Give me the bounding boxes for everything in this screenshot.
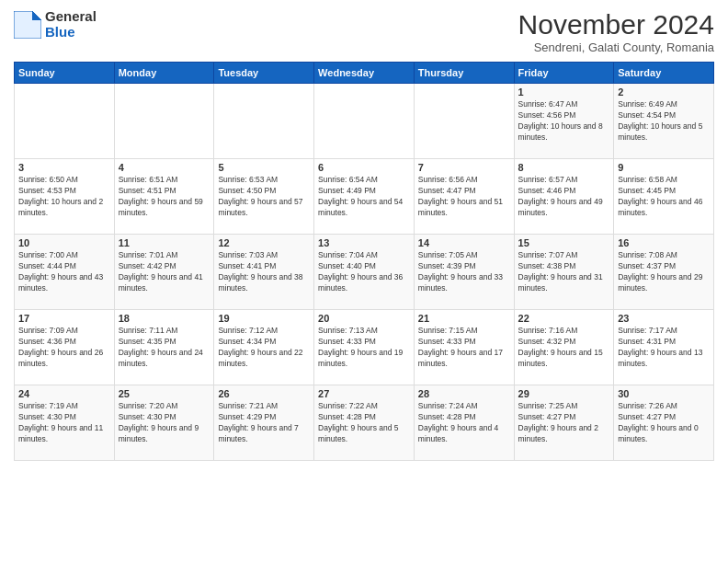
day-number: 7 — [418, 162, 510, 173]
day-number: 23 — [618, 313, 710, 324]
calendar-cell: 18Sunrise: 7:11 AM Sunset: 4:35 PM Dayli… — [114, 310, 214, 385]
day-number: 28 — [418, 388, 510, 399]
week-row-4: 17Sunrise: 7:09 AM Sunset: 4:36 PM Dayli… — [15, 310, 714, 385]
day-info: Sunrise: 7:20 AM Sunset: 4:30 PM Dayligh… — [119, 401, 210, 445]
logo-text: General Blue — [45, 9, 97, 40]
calendar-body: 1Sunrise: 6:47 AM Sunset: 4:56 PM Daylig… — [15, 84, 714, 461]
svg-marker-0 — [14, 11, 41, 39]
logo-blue: Blue — [45, 25, 97, 40]
day-number: 9 — [618, 162, 710, 173]
location-subtitle: Sendreni, Galati County, Romania — [518, 40, 714, 54]
calendar-cell: 22Sunrise: 7:16 AM Sunset: 4:32 PM Dayli… — [514, 310, 614, 385]
day-info: Sunrise: 6:49 AM Sunset: 4:54 PM Dayligh… — [618, 99, 710, 144]
day-info: Sunrise: 7:04 AM Sunset: 4:40 PM Dayligh… — [318, 250, 410, 294]
logo: General Blue — [14, 9, 97, 40]
day-info: Sunrise: 7:00 AM Sunset: 4:44 PM Dayligh… — [18, 250, 110, 294]
day-info: Sunrise: 7:22 AM Sunset: 4:28 PM Dayligh… — [318, 401, 410, 445]
calendar-cell: 12Sunrise: 7:03 AM Sunset: 4:41 PM Dayli… — [214, 235, 314, 310]
day-info: Sunrise: 7:05 AM Sunset: 4:39 PM Dayligh… — [418, 250, 510, 294]
title-area: November 2024 Sendreni, Galati County, R… — [518, 9, 714, 54]
calendar-cell: 10Sunrise: 7:00 AM Sunset: 4:44 PM Dayli… — [15, 235, 115, 310]
col-wednesday: Wednesday — [314, 63, 415, 84]
calendar-cell: 2Sunrise: 6:49 AM Sunset: 4:54 PM Daylig… — [614, 84, 714, 159]
day-info: Sunrise: 7:07 AM Sunset: 4:38 PM Dayligh… — [518, 250, 610, 294]
calendar-cell: 8Sunrise: 6:57 AM Sunset: 4:46 PM Daylig… — [514, 159, 614, 235]
day-info: Sunrise: 6:53 AM Sunset: 4:50 PM Dayligh… — [218, 175, 310, 219]
calendar-cell: 3Sunrise: 6:50 AM Sunset: 4:53 PM Daylig… — [15, 159, 115, 235]
day-number: 6 — [318, 162, 410, 173]
day-info: Sunrise: 7:19 AM Sunset: 4:30 PM Dayligh… — [18, 401, 110, 445]
calendar-page: General Blue November 2024 Sendreni, Gal… — [0, 0, 728, 563]
week-row-5: 24Sunrise: 7:19 AM Sunset: 4:30 PM Dayli… — [15, 385, 714, 461]
calendar-cell: 14Sunrise: 7:05 AM Sunset: 4:39 PM Dayli… — [414, 235, 514, 310]
day-number: 4 — [119, 162, 210, 173]
calendar-cell: 9Sunrise: 6:58 AM Sunset: 4:45 PM Daylig… — [614, 159, 714, 235]
calendar-cell: 26Sunrise: 7:21 AM Sunset: 4:29 PM Dayli… — [214, 385, 314, 461]
svg-marker-1 — [32, 11, 41, 20]
day-info: Sunrise: 6:54 AM Sunset: 4:49 PM Dayligh… — [318, 175, 410, 219]
day-number: 21 — [418, 313, 510, 324]
day-info: Sunrise: 6:56 AM Sunset: 4:47 PM Dayligh… — [418, 175, 510, 219]
col-monday: Monday — [114, 63, 214, 84]
day-info: Sunrise: 7:09 AM Sunset: 4:36 PM Dayligh… — [18, 326, 110, 370]
calendar-cell: 28Sunrise: 7:24 AM Sunset: 4:28 PM Dayli… — [414, 385, 514, 461]
day-number: 27 — [318, 388, 410, 399]
day-info: Sunrise: 6:58 AM Sunset: 4:45 PM Dayligh… — [618, 175, 710, 219]
calendar-cell: 11Sunrise: 7:01 AM Sunset: 4:42 PM Dayli… — [114, 235, 214, 310]
calendar-cell: 25Sunrise: 7:20 AM Sunset: 4:30 PM Dayli… — [114, 385, 214, 461]
calendar-cell — [414, 84, 514, 159]
calendar-cell: 23Sunrise: 7:17 AM Sunset: 4:31 PM Dayli… — [614, 310, 714, 385]
day-number: 11 — [119, 237, 210, 248]
day-number: 12 — [218, 237, 310, 248]
calendar-cell: 16Sunrise: 7:08 AM Sunset: 4:37 PM Dayli… — [614, 235, 714, 310]
day-info: Sunrise: 7:24 AM Sunset: 4:28 PM Dayligh… — [418, 401, 510, 445]
day-info: Sunrise: 7:08 AM Sunset: 4:37 PM Dayligh… — [618, 250, 710, 294]
day-number: 3 — [18, 162, 110, 173]
day-number: 22 — [518, 313, 610, 324]
calendar-cell — [114, 84, 214, 159]
day-info: Sunrise: 7:12 AM Sunset: 4:34 PM Dayligh… — [218, 326, 310, 370]
day-info: Sunrise: 7:01 AM Sunset: 4:42 PM Dayligh… — [119, 250, 210, 294]
calendar-header: Sunday Monday Tuesday Wednesday Thursday… — [15, 63, 714, 84]
calendar-cell: 4Sunrise: 6:51 AM Sunset: 4:51 PM Daylig… — [114, 159, 214, 235]
calendar-cell: 15Sunrise: 7:07 AM Sunset: 4:38 PM Dayli… — [514, 235, 614, 310]
week-row-3: 10Sunrise: 7:00 AM Sunset: 4:44 PM Dayli… — [15, 235, 714, 310]
logo-general: General — [45, 9, 97, 25]
page-header: General Blue November 2024 Sendreni, Gal… — [14, 9, 714, 54]
day-number: 10 — [18, 237, 110, 248]
day-number: 24 — [18, 388, 110, 399]
day-info: Sunrise: 7:25 AM Sunset: 4:27 PM Dayligh… — [518, 401, 610, 445]
day-number: 1 — [518, 86, 610, 98]
col-friday: Friday — [514, 63, 614, 84]
day-number: 15 — [518, 237, 610, 248]
col-saturday: Saturday — [614, 63, 714, 84]
calendar-cell: 19Sunrise: 7:12 AM Sunset: 4:34 PM Dayli… — [214, 310, 314, 385]
logo-icon — [14, 11, 41, 39]
day-info: Sunrise: 6:51 AM Sunset: 4:51 PM Dayligh… — [119, 175, 210, 219]
day-info: Sunrise: 7:16 AM Sunset: 4:32 PM Dayligh… — [518, 326, 610, 370]
day-number: 13 — [318, 237, 410, 248]
calendar-cell: 27Sunrise: 7:22 AM Sunset: 4:28 PM Dayli… — [314, 385, 415, 461]
day-number: 30 — [618, 388, 710, 399]
day-info: Sunrise: 6:50 AM Sunset: 4:53 PM Dayligh… — [18, 175, 110, 219]
day-info: Sunrise: 7:26 AM Sunset: 4:27 PM Dayligh… — [618, 401, 710, 445]
day-info: Sunrise: 7:03 AM Sunset: 4:41 PM Dayligh… — [218, 250, 310, 294]
col-thursday: Thursday — [414, 63, 514, 84]
calendar-cell: 21Sunrise: 7:15 AM Sunset: 4:33 PM Dayli… — [414, 310, 514, 385]
week-row-1: 1Sunrise: 6:47 AM Sunset: 4:56 PM Daylig… — [15, 84, 714, 159]
day-number: 17 — [18, 313, 110, 324]
day-info: Sunrise: 6:57 AM Sunset: 4:46 PM Dayligh… — [518, 175, 610, 219]
calendar-cell — [15, 84, 115, 159]
calendar-cell — [314, 84, 415, 159]
day-info: Sunrise: 7:13 AM Sunset: 4:33 PM Dayligh… — [318, 326, 410, 370]
col-sunday: Sunday — [15, 63, 115, 84]
calendar-cell: 13Sunrise: 7:04 AM Sunset: 4:40 PM Dayli… — [314, 235, 415, 310]
calendar-cell: 30Sunrise: 7:26 AM Sunset: 4:27 PM Dayli… — [614, 385, 714, 461]
calendar-cell: 29Sunrise: 7:25 AM Sunset: 4:27 PM Dayli… — [514, 385, 614, 461]
day-number: 14 — [418, 237, 510, 248]
day-number: 2 — [618, 86, 710, 98]
day-info: Sunrise: 6:47 AM Sunset: 4:56 PM Dayligh… — [518, 99, 610, 144]
week-row-2: 3Sunrise: 6:50 AM Sunset: 4:53 PM Daylig… — [15, 159, 714, 235]
calendar-cell: 6Sunrise: 6:54 AM Sunset: 4:49 PM Daylig… — [314, 159, 415, 235]
day-number: 20 — [318, 313, 410, 324]
